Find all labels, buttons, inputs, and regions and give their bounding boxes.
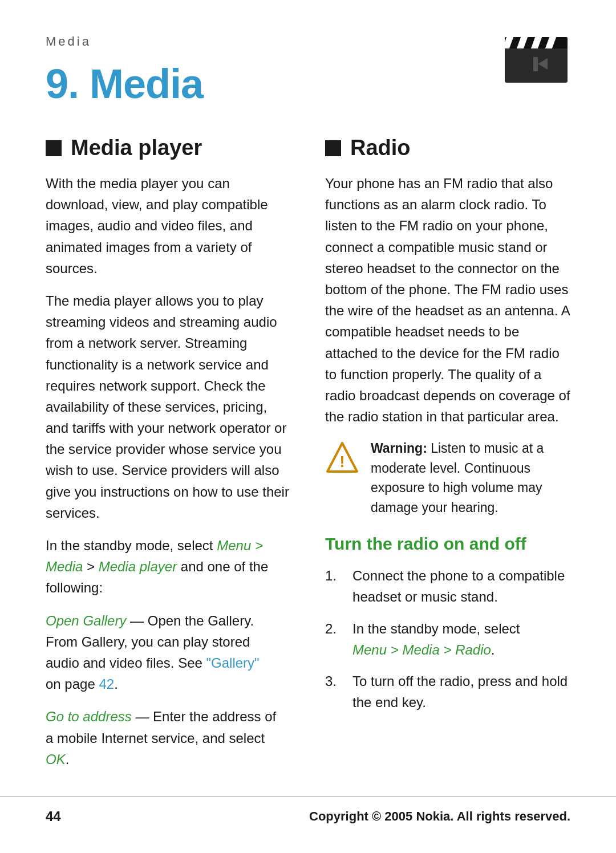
media-player-title: Media player [71, 136, 202, 160]
left-column: Media player With the media player you c… [46, 136, 291, 781]
radio-subsection-title: Turn the radio on and off [325, 534, 570, 554]
menu-link: Menu > [217, 538, 263, 553]
menu-media-radio-link: Menu > Media > Radio [352, 642, 491, 657]
footer-page-number: 44 [46, 809, 61, 824]
page-link-42[interactable]: 42 [99, 676, 114, 692]
footer: 44 Copyright © 2005 Nokia. All rights re… [0, 796, 616, 824]
open-gallery-item: Open Gallery — Open the Gallery. From Ga… [46, 610, 291, 695]
go-to-address-label: Go to address [46, 709, 132, 724]
radio-step-2-text: In the standby mode, select Menu > Media… [352, 618, 520, 660]
content-columns: Media player With the media player you c… [46, 136, 570, 781]
radio-steps-list: Connect the phone to a compatible headse… [325, 565, 570, 713]
svg-text:!: ! [339, 453, 345, 470]
radio-step-3: To turn off the radio, press and hold th… [325, 671, 570, 713]
svg-rect-7 [533, 57, 538, 71]
open-gallery-label: Open Gallery [46, 613, 126, 628]
warning-bold-label: Warning: [371, 441, 427, 456]
media-player-para2: The media player allows you to play stre… [46, 290, 291, 523]
radio-step-1: Connect the phone to a compatible headse… [325, 565, 570, 607]
radio-title: Radio [350, 136, 411, 160]
media-player-para3: In the standby mode, select Menu > Media… [46, 535, 291, 599]
section-square-icon [46, 140, 62, 156]
radio-section-square-icon [325, 140, 341, 156]
media-link: Media [46, 559, 83, 574]
radio-step-1-text: Connect the phone to a compatible headse… [352, 565, 570, 607]
header-label: Media [46, 34, 570, 49]
mediaplayer-link: Media player [99, 559, 177, 574]
media-player-para1: With the media player you can download, … [46, 173, 291, 279]
radio-para1: Your phone has an FM radio that also fun… [325, 173, 570, 427]
gallery-link[interactable]: "Gallery" [206, 655, 260, 671]
go-to-address-item: Go to address — Enter the address of a m… [46, 706, 291, 770]
media-player-heading: Media player [46, 136, 291, 160]
right-column: Radio Your phone has an FM radio that al… [325, 136, 570, 781]
radio-step-3-text: To turn off the radio, press and hold th… [352, 671, 570, 713]
radio-heading: Radio [325, 136, 570, 160]
warning-triangle-icon: ! [325, 441, 359, 475]
warning-box: ! Warning: Listen to music at a moderate… [325, 438, 570, 517]
media-clapperboard-icon [502, 34, 570, 86]
page-container: Media 9. Media [0, 0, 616, 853]
warning-text: Warning: Listen to music at a moderate l… [371, 438, 570, 517]
ok-label: OK [46, 752, 66, 767]
radio-step-2: In the standby mode, select Menu > Media… [325, 618, 570, 660]
chapter-title: 9. Media [46, 60, 203, 107]
footer-copyright: Copyright © 2005 Nokia. All rights reser… [309, 809, 570, 824]
